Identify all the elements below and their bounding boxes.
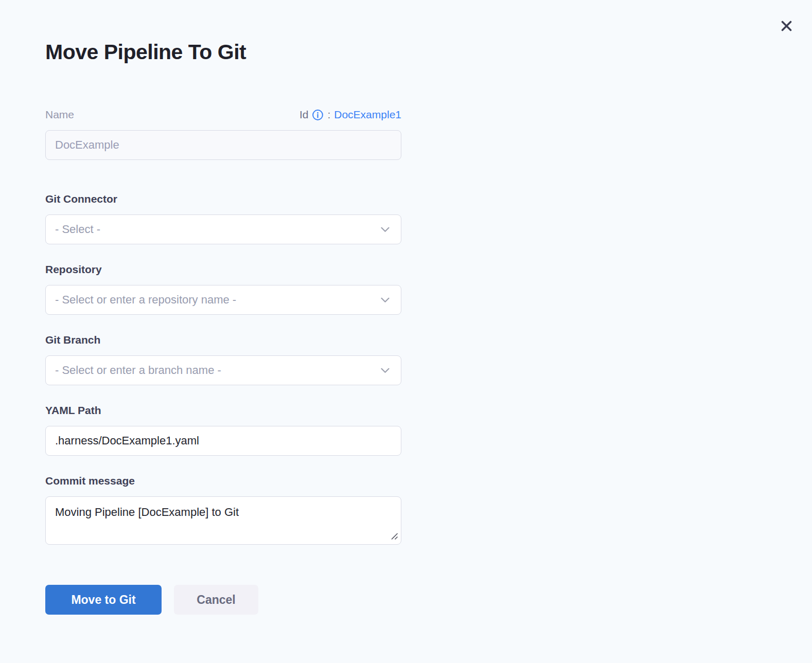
close-icon [779, 18, 795, 34]
dialog-actions: Move to Git Cancel [45, 585, 401, 615]
git-branch-label: Git Branch [45, 334, 401, 346]
cancel-button[interactable]: Cancel [174, 585, 258, 615]
pipeline-id-link[interactable]: DocExample1 [334, 109, 401, 121]
name-input[interactable] [45, 130, 401, 160]
name-field-group: Name Id : DocExample1 [45, 109, 401, 160]
git-connector-field-group: Git Connector - Select - [45, 193, 401, 244]
repository-placeholder: - Select or enter a repository name - [55, 293, 236, 307]
git-branch-select[interactable]: - Select or enter a branch name - [45, 355, 401, 385]
commit-message-wrap: Moving Pipeline [DocExample] to Git [45, 496, 401, 545]
chevron-down-icon [381, 227, 390, 232]
chevron-down-icon [381, 297, 390, 303]
name-label: Name [45, 109, 74, 121]
move-pipeline-to-git-dialog: Move Pipeline To Git Name Id : DocExampl… [0, 0, 812, 663]
commit-message-label: Commit message [45, 475, 401, 487]
dialog-content: Move Pipeline To Git Name Id : DocExampl… [0, 0, 401, 615]
git-connector-placeholder: - Select - [55, 223, 100, 236]
info-icon [312, 109, 324, 121]
repository-select[interactable]: - Select or enter a repository name - [45, 285, 401, 315]
name-label-row: Name Id : DocExample1 [45, 109, 401, 121]
commit-message-field-group: Commit message Moving Pipeline [DocExamp… [45, 475, 401, 545]
id-info-button[interactable] [312, 109, 324, 121]
id-separator: : [327, 109, 330, 121]
commit-message-textarea[interactable]: Moving Pipeline [DocExample] to Git [45, 496, 401, 545]
git-branch-placeholder: - Select or enter a branch name - [55, 364, 221, 377]
id-label: Id [299, 109, 309, 121]
dialog-title: Move Pipeline To Git [45, 40, 401, 64]
move-to-git-button[interactable]: Move to Git [45, 585, 162, 615]
yaml-path-input[interactable] [45, 426, 401, 456]
git-branch-field-group: Git Branch - Select or enter a branch na… [45, 334, 401, 385]
chevron-down-icon [381, 368, 390, 373]
git-connector-select[interactable]: - Select - [45, 214, 401, 244]
pipeline-id-row: Id : DocExample1 [299, 109, 401, 121]
repository-label: Repository [45, 263, 401, 276]
yaml-path-label: YAML Path [45, 404, 401, 417]
close-button[interactable] [776, 15, 797, 36]
yaml-path-field-group: YAML Path [45, 404, 401, 456]
git-connector-label: Git Connector [45, 193, 401, 205]
repository-field-group: Repository - Select or enter a repositor… [45, 263, 401, 315]
